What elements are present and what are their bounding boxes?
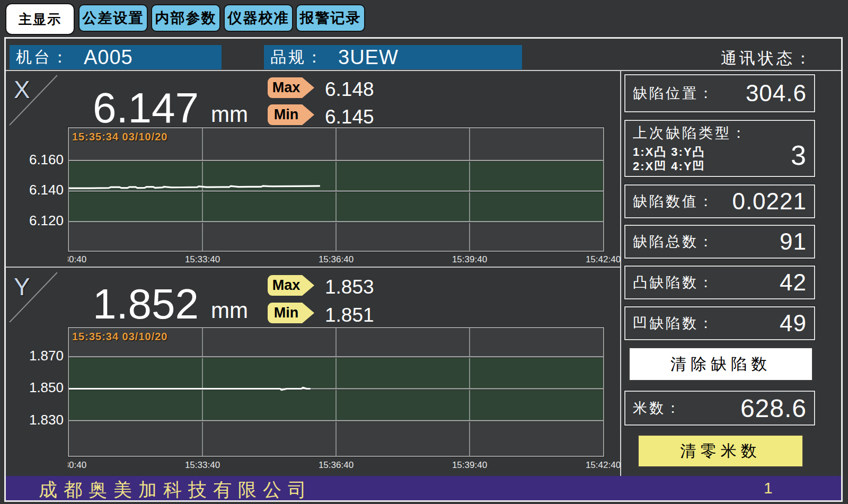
y-chart-x-axis-labels: 15:30:4015:33:4015:36:4015:39:4015:42:40 (68, 460, 620, 474)
page-number: 1 (764, 479, 773, 497)
defect-total-box: 缺陷总数： 91 (624, 225, 815, 259)
y-tick-label: 1.870 (16, 348, 64, 364)
y-tick-label: 1.850 (16, 379, 64, 396)
last-defect-type-title: 上次缺陷类型： (633, 123, 748, 143)
clear-defects-button[interactable]: 清除缺陷数 (629, 347, 813, 381)
spec-label: 品规： (270, 47, 324, 68)
x-min-value: 6.145 (325, 106, 374, 128)
company-name: 成都奥美加科技有限公司 (39, 478, 313, 502)
x-tick-label: 15:33:40 (171, 254, 234, 265)
x-tick-label: 15:36:40 (304, 254, 368, 265)
x-tick-label: 15:42:40 (571, 254, 620, 265)
y-min-value: 1.851 (325, 304, 374, 326)
x-chart-timestamp: 15:35:34 03/10/20 (72, 131, 167, 143)
y-tick-label: 6.160 (16, 152, 64, 168)
y-trend-chart (68, 327, 604, 457)
x-min-badge: Min (268, 104, 314, 125)
meters-box: 米数： 628.6 (624, 391, 815, 426)
y-unit: mm (211, 298, 248, 323)
tab-instrument-calibration[interactable]: 仪器校准 (224, 4, 293, 32)
y-tick-label: 1.830 (16, 412, 64, 428)
x-tick-label: 15:33:40 (171, 460, 234, 471)
y-chart-timestamp: 15:35:34 03/10/20 (72, 331, 167, 343)
x-tick-label: 15:30:40 (68, 460, 101, 471)
tab-tolerance-settings[interactable]: 公差设置 (78, 4, 148, 32)
tab-main-display[interactable]: 主显示 (5, 3, 75, 35)
concave-defect-count-label: 凹缺陷数： (633, 314, 715, 333)
defect-type-legend-line2: 2:X凹 4:Y凹 (633, 159, 748, 174)
x-chart-y-axis-labels: 6.1606.1406.120 (16, 127, 64, 252)
defect-position-value: 304.6 (746, 80, 807, 107)
defect-value-label: 缺陷数值： (633, 192, 715, 211)
concave-defect-count-value: 49 (780, 310, 807, 337)
machine-label: 机台： (16, 47, 70, 68)
x-tick-label: 15:39:40 (438, 254, 501, 265)
y-chart-y-axis-labels: 1.8701.8501.830 (16, 327, 64, 457)
x-tick-label: 15:42:40 (571, 460, 620, 471)
defect-total-label: 缺陷总数： (633, 232, 715, 251)
header-divider (6, 70, 841, 71)
tab-internal-parameters[interactable]: 内部参数 (151, 4, 220, 32)
defect-total-value: 91 (780, 228, 807, 255)
defect-value-value: 0.0221 (732, 188, 807, 215)
concave-defect-count-box: 凹缺陷数： 49 (624, 306, 815, 340)
spec-field[interactable]: 品规： 3UEW (264, 45, 522, 69)
x-chart-x-axis-labels: 15:30:4015:33:4015:36:4015:39:4015:42:40 (68, 254, 620, 268)
meters-label: 米数： (633, 399, 682, 418)
x-max-value: 6.148 (325, 78, 374, 101)
spec-value: 3UEW (338, 46, 399, 69)
x-tick-label: 15:39:40 (438, 460, 501, 471)
y-tick-label: 6.120 (16, 213, 64, 229)
x-tick-label: 15:36:40 (304, 460, 368, 471)
defect-position-label: 缺陷位置： (633, 84, 715, 103)
y-max-badge: Max (268, 275, 314, 296)
y-tick-label: 6.140 (16, 182, 64, 198)
x-current-value: 6.147 (80, 84, 212, 132)
x-unit: mm (211, 102, 248, 127)
last-defect-type-value: 3 (791, 139, 807, 171)
tab-alarm-records[interactable]: 报警记录 (296, 4, 365, 32)
x-max-badge: Max (268, 77, 314, 98)
x-tick-label: 15:30:40 (68, 254, 101, 265)
convex-defect-count-value: 42 (780, 269, 807, 296)
x-diagonal-decoration (7, 73, 59, 127)
convex-defect-count-box: 凸缺陷数： 42 (624, 266, 815, 299)
y-min-badge: Min (268, 303, 314, 323)
machine-value: A005 (84, 46, 133, 69)
y-current-value: 1.852 (80, 280, 212, 329)
reset-meters-button[interactable]: 清零米数 (638, 435, 803, 467)
hmi-screen: 主显示 公差设置 内部参数 仪器校准 报警记录 机台： A005 品规： 3UE… (0, 0, 848, 504)
y-diagonal-decoration (7, 270, 59, 324)
defect-position-box: 缺陷位置： 304.6 (624, 74, 815, 112)
convex-defect-count-label: 凸缺陷数： (633, 273, 715, 292)
last-defect-type-box: 上次缺陷类型： 1:X凸 3:Y凸 2:X凹 4:Y凹 3 (624, 120, 815, 177)
meters-value: 628.6 (740, 394, 807, 423)
defect-type-legend-line1: 1:X凸 3:Y凸 (633, 145, 748, 160)
machine-field[interactable]: 机台： A005 (10, 45, 222, 69)
x-trend-chart (68, 127, 604, 252)
footer-bar: 成都奥美加科技有限公司 1 (6, 476, 842, 500)
defect-value-box: 缺陷数值： 0.0221 (624, 184, 815, 218)
vertical-divider (620, 71, 621, 476)
comm-status-label: 通讯状态： (662, 48, 814, 69)
y-max-value: 1.853 (325, 276, 374, 298)
